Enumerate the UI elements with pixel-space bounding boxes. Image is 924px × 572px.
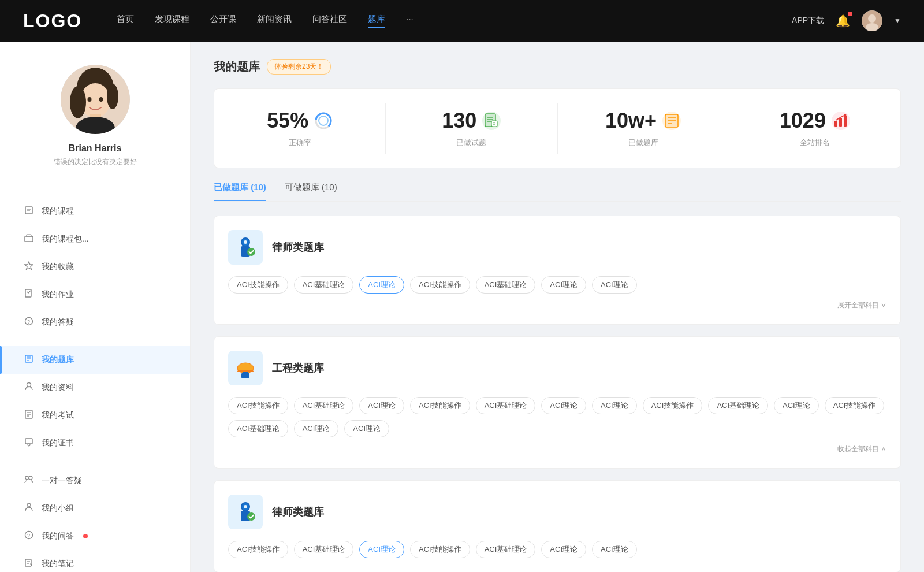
sidebar-item-my-questions[interactable]: ? 我的答疑 <box>0 309 190 336</box>
qbank-tag[interactable]: ACI基础理论 <box>476 397 536 414</box>
qbank-tag[interactable]: ACI技能操作 <box>228 541 288 558</box>
sidebar-item-my-courses[interactable]: 我的课程 <box>0 198 190 225</box>
top-navigation: LOGO 首页 发现课程 公开课 新闻资讯 问答社区 题库 ··· APP下载 … <box>0 0 924 42</box>
qbank-tag[interactable]: ACI基础理论 <box>476 276 536 294</box>
app-download-link[interactable]: APP下载 <box>792 16 824 26</box>
user-avatar[interactable] <box>862 10 882 31</box>
qbank-title-2: 工程类题库 <box>272 361 324 375</box>
qbank-tag[interactable]: ACI基础理论 <box>294 541 354 558</box>
sidebar-item-question-bank[interactable]: 我的题库 <box>0 346 190 374</box>
star-icon <box>23 261 35 273</box>
tab-done-banks[interactable]: 已做题库 (10) <box>214 182 266 201</box>
qbank-header: 律师类题库 <box>228 230 886 265</box>
qbank-tag[interactable]: ACI理论 <box>592 397 637 414</box>
nav-more[interactable]: ··· <box>406 14 413 28</box>
qbank-tag[interactable]: ACI技能操作 <box>228 397 288 414</box>
tab-available-banks[interactable]: 可做题库 (10) <box>285 182 337 201</box>
qbank-tag[interactable]: ACI基础理论 <box>228 420 288 437</box>
sidebar-motto: 错误的决定比没有决定要好 <box>54 157 137 167</box>
page-header: 我的题库 体验剩余23天！ <box>214 59 901 75</box>
sidebar-item-my-exams[interactable]: 我的考试 <box>0 402 190 429</box>
qbank-tag[interactable]: ACI技能操作 <box>825 397 885 414</box>
svg-point-11 <box>99 97 103 102</box>
qbank-tag-active[interactable]: ACI理论 <box>359 541 404 558</box>
qbank-tag[interactable]: ACI技能操作 <box>410 541 470 558</box>
qbank-tag[interactable]: ACI技能操作 <box>228 276 288 294</box>
qbank-tag[interactable]: ACI理论 <box>359 397 404 414</box>
sidebar-item-homework[interactable]: 我的作业 <box>0 281 190 309</box>
qbank-tag[interactable]: ACI理论 <box>344 420 389 437</box>
nav-open-course[interactable]: 公开课 <box>210 14 236 28</box>
notification-badge <box>848 12 852 16</box>
stat-top: 55% <box>267 109 333 133</box>
qbank-tag[interactable]: ACI理论 <box>541 541 586 558</box>
svg-point-7 <box>107 84 118 109</box>
done-banks-label: 已做题库 <box>628 138 658 148</box>
svg-rect-71 <box>241 374 249 378</box>
notification-bell[interactable]: 🔔 <box>836 14 850 28</box>
nav-home[interactable]: 首页 <box>117 14 134 28</box>
sidebar-label: 我的考试 <box>42 410 74 421</box>
user-menu-chevron[interactable]: ▼ <box>894 17 901 25</box>
logo: LOGO <box>23 10 82 32</box>
qbank-icon <box>23 354 35 366</box>
sidebar-item-course-package[interactable]: 我的课程包... <box>0 225 190 253</box>
qbank-tag[interactable]: ACI理论 <box>592 541 637 558</box>
done-questions-value: 130 <box>442 109 476 133</box>
bell-icon: 🔔 <box>836 14 850 27</box>
qbank-card-engineer: 工程类题库 ACI技能操作 ACI基础理论 ACI理论 ACI技能操作 ACI基… <box>214 336 901 469</box>
svg-rect-58 <box>839 118 842 127</box>
sidebar-item-my-certificates[interactable]: 我的证书 <box>0 429 190 457</box>
sidebar-profile: Brian Harris 错误的决定比没有决定要好 <box>0 42 190 179</box>
svg-point-64 <box>244 240 247 244</box>
qbank-tag[interactable]: ACI理论 <box>541 276 586 294</box>
sidebar-label: 我的课程包... <box>42 234 89 244</box>
qbank-tag[interactable]: ACI理论 <box>294 420 339 437</box>
svg-point-1 <box>868 14 876 23</box>
nav-question-bank[interactable]: 题库 <box>368 14 385 28</box>
sidebar-divider-top <box>0 188 190 188</box>
sidebar-item-one-on-one[interactable]: 一对一答疑 <box>0 467 190 495</box>
profile-icon <box>23 382 35 393</box>
sidebar-label: 我的收藏 <box>42 262 74 272</box>
nav-qa[interactable]: 问答社区 <box>312 14 347 28</box>
stat-done-banks: 10w+ 已做题库 <box>558 103 729 154</box>
qbank-icon-lawyer-2 <box>228 495 263 529</box>
qbank-tag[interactable]: ACI基础理论 <box>476 541 536 558</box>
qbank-tag[interactable]: ACI基础理论 <box>294 397 354 414</box>
qbank-tag[interactable]: ACI技能操作 <box>410 276 470 294</box>
svg-point-33 <box>29 476 32 480</box>
stat-top: 10w+ <box>605 109 681 133</box>
qbank-tag[interactable]: ACI基础理论 <box>708 397 768 414</box>
qbank-tag[interactable]: ACI技能操作 <box>410 397 470 414</box>
sidebar-item-favorites[interactable]: 我的收藏 <box>0 253 190 281</box>
qbank-icon-lawyer <box>228 230 263 265</box>
sidebar-item-my-profile[interactable]: 我的资料 <box>0 374 190 402</box>
sidebar-item-my-group[interactable]: 我的小组 <box>0 495 190 522</box>
nav-discover[interactable]: 发现课程 <box>155 14 189 28</box>
accuracy-icon <box>314 112 333 130</box>
qbank-title-3: 律师类题库 <box>272 505 324 519</box>
sidebar-username: Brian Harris <box>69 143 122 154</box>
qbank-expand-1[interactable]: 展开全部科目 ∨ <box>228 300 886 310</box>
qbank-tag[interactable]: ACI理论 <box>592 276 637 294</box>
exam-icon <box>23 410 35 421</box>
qbank-tag[interactable]: ACI理论 <box>774 397 819 414</box>
menu-divider-2 <box>23 462 167 462</box>
sidebar-label: 我的作业 <box>42 289 74 300</box>
sidebar-item-my-answers[interactable]: ? 我的问答 <box>0 522 190 550</box>
done-banks-value: 10w+ <box>605 109 657 133</box>
qbank-tag-active[interactable]: ACI理论 <box>359 276 404 294</box>
question-icon: ? <box>23 317 35 328</box>
sidebar-label: 我的题库 <box>42 355 74 365</box>
qbank-tag[interactable]: ACI技能操作 <box>643 397 703 414</box>
svg-point-65 <box>247 248 255 256</box>
sidebar-label: 我的问答 <box>42 531 74 541</box>
qbank-tag[interactable]: ACI理论 <box>541 397 586 414</box>
sidebar-item-my-notes[interactable]: 我的笔记 <box>0 550 190 572</box>
qbank-header: 律师类题库 <box>228 495 886 529</box>
qbank-tag[interactable]: ACI基础理论 <box>294 276 354 294</box>
stat-done-questions: 130 ≡ 已做试题 <box>386 103 557 154</box>
qbank-expand-2[interactable]: 收起全部科目 ∧ <box>228 444 886 454</box>
nav-news[interactable]: 新闻资讯 <box>257 14 292 28</box>
